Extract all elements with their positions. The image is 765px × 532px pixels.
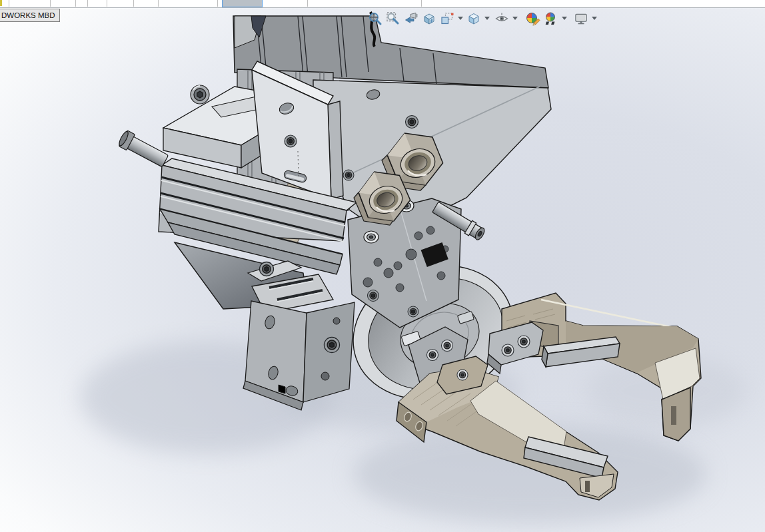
display-style-dropdown[interactable] (483, 9, 490, 27)
pressed-toolbar-button[interactable] (222, 0, 263, 7)
toolbar-separator (107, 0, 107, 7)
toolbar-separator (75, 0, 76, 7)
view-settings-dropdown[interactable] (590, 9, 598, 27)
tooltip: DWORKS MBD (0, 9, 60, 22)
chevron-down-icon (592, 17, 597, 20)
apply-scene-dropdown[interactable] (560, 9, 568, 27)
view-settings-button[interactable] (572, 9, 590, 27)
zoom-to-area-icon (386, 11, 400, 26)
monitor-icon (574, 11, 588, 26)
display-style-button[interactable] (465, 9, 482, 27)
section-view-button[interactable] (420, 9, 438, 27)
toolbar-separator (9, 0, 9, 7)
toolbar-separator (87, 0, 88, 7)
3d-viewport-model[interactable] (0, 8, 765, 532)
toolbar-separator (50, 0, 51, 7)
toolbar-icon-sliver (0, 0, 2, 6)
screw-socket-head (191, 85, 209, 104)
hide-show-items-button[interactable] (493, 9, 510, 27)
chevron-down-icon (562, 17, 567, 20)
hide-show-items-dropdown[interactable] (511, 9, 518, 27)
view-orientation-dropdown[interactable] (456, 9, 464, 27)
toolbar-separator (158, 0, 159, 7)
appearance-ball-pencil-icon (526, 11, 540, 26)
chevron-down-icon (458, 17, 463, 20)
eye-icon (494, 11, 509, 26)
toolbar-separator (217, 0, 218, 7)
display-style-cube-icon (466, 11, 481, 26)
view-orientation-button[interactable] (438, 9, 456, 27)
scene-ball-checker-icon (544, 11, 558, 26)
zoom-to-fit-icon (368, 11, 382, 26)
previous-view-icon (404, 11, 418, 26)
apply-scene-button[interactable] (542, 9, 560, 27)
toolbar-separator (421, 0, 422, 7)
chevron-down-icon (512, 17, 518, 20)
zoom-to-area-button[interactable] (384, 9, 402, 27)
tooltip-text: DWORKS MBD (1, 11, 55, 19)
command-toolbar-strip (0, 0, 765, 8)
toolbar-separator (307, 0, 308, 7)
view-orientation-icon (440, 11, 454, 26)
previous-view-button[interactable] (402, 9, 420, 27)
edit-appearance-button[interactable] (524, 9, 542, 27)
zoom-to-fit-button[interactable] (367, 9, 384, 27)
chevron-down-icon (484, 17, 490, 20)
graphics-viewport[interactable] (0, 8, 765, 532)
toolbar-separator (133, 0, 134, 7)
section-view-icon (422, 11, 436, 26)
heads-up-view-toolbar (366, 9, 598, 27)
part-left-rod[interactable] (117, 129, 170, 168)
